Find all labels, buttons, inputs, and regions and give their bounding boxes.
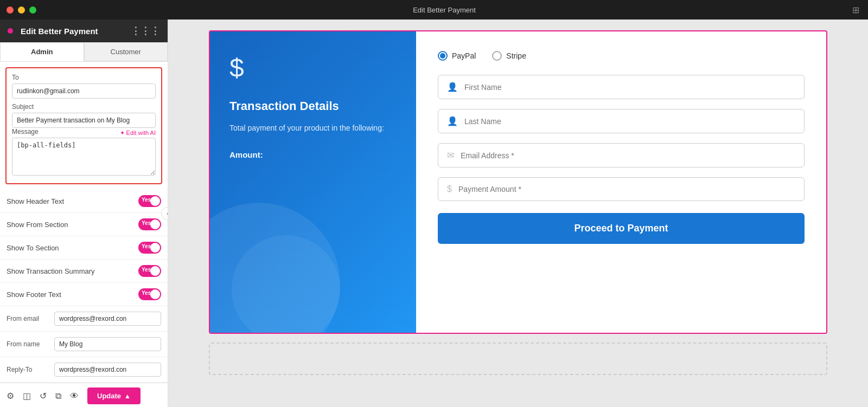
reply-to-input[interactable] <box>54 363 161 377</box>
first-name-input[interactable] <box>464 83 795 92</box>
message-textarea[interactable]: [bp-all-fields] <box>12 138 156 176</box>
paypal-label: PayPal <box>452 51 476 60</box>
toggle-label-show-footer-text: Show Footer Text <box>7 290 61 299</box>
sidebar-toolbar: ⚙ ◫ ↺ ⧉ 👁 Update ▲ <box>0 383 168 407</box>
proceed-to-payment-button[interactable]: Proceed to Payment <box>438 213 805 244</box>
tab-customer[interactable]: Customer <box>84 42 168 61</box>
dashed-drop-zone <box>209 343 827 375</box>
window-title: Edit Better Payment <box>413 6 476 14</box>
message-label: Message <box>12 128 39 135</box>
currency-icon: $ <box>447 184 452 194</box>
from-email-label: From email <box>7 315 50 322</box>
email-icon: ✉ <box>447 150 454 160</box>
from-name-input[interactable] <box>54 337 161 351</box>
toggle-label-show-to-section: Show To Section <box>7 244 59 252</box>
toggle-show-transaction-summary: Show Transaction Summary Yes <box>0 260 168 283</box>
payment-amount-input[interactable] <box>458 185 795 193</box>
last-name-field: 👤 <box>438 109 805 133</box>
paypal-radio-selected <box>440 53 445 59</box>
update-label: Update <box>97 392 121 400</box>
main-content: $ Transaction Details Total payment of y… <box>168 20 868 407</box>
edit-with-ai-button[interactable]: ✦ Edit with AI <box>120 130 156 137</box>
from-name-label: From name <box>7 340 50 348</box>
amount-label: Amount: <box>229 150 397 159</box>
eye-icon[interactable]: 👁 <box>70 391 79 401</box>
to-input[interactable] <box>12 83 156 99</box>
paypal-option[interactable]: PayPal <box>438 51 476 61</box>
tab-admin[interactable]: Admin <box>0 42 84 61</box>
to-label: To <box>12 74 156 81</box>
from-name-row: From name <box>0 332 168 357</box>
maximize-button[interactable] <box>29 7 36 14</box>
hamburger-icon[interactable]: ⋮⋮⋮ <box>131 25 160 37</box>
from-email-row: From email <box>0 306 168 332</box>
person-icon-last: 👤 <box>447 116 458 126</box>
payment-amount-field: $ <box>438 177 805 201</box>
settings-icon[interactable]: ⚙ <box>7 391 14 401</box>
email-field: ✉ <box>438 143 805 167</box>
dollar-icon: $ <box>229 53 397 83</box>
person-icon-first: 👤 <box>447 82 458 92</box>
titlebar: Edit Better Payment ⊞ <box>0 0 868 20</box>
minimize-button[interactable] <box>18 7 25 14</box>
widget-right-panel: PayPal Stripe 👤 👤 <box>416 31 826 333</box>
dot-icon <box>8 28 13 34</box>
update-button[interactable]: Update ▲ <box>87 387 141 404</box>
paypal-radio[interactable] <box>438 51 448 61</box>
toggle-label-show-transaction-summary: Show Transaction Summary <box>7 267 95 275</box>
close-button[interactable] <box>7 7 14 14</box>
toggle-show-to-section: Show To Section Yes <box>0 236 168 260</box>
sidebar-title: Edit Better Payment <box>21 27 98 36</box>
sidebar: Edit Better Payment ⋮⋮⋮ Admin Customer T… <box>0 20 168 407</box>
widget-description: Total payment of your product in the fol… <box>229 122 397 134</box>
reply-to-label: Reply-To <box>7 366 50 373</box>
layers-icon[interactable]: ◫ <box>23 391 31 401</box>
toggle-show-header-text: Show Header Text Yes <box>0 190 168 213</box>
app-body: Edit Better Payment ⋮⋮⋮ Admin Customer T… <box>0 20 868 407</box>
payment-widget: $ Transaction Details Total payment of y… <box>209 30 827 334</box>
stripe-option[interactable]: Stripe <box>492 51 526 61</box>
widget-left-panel: $ Transaction Details Total payment of y… <box>210 31 416 333</box>
grid-icon: ⊞ <box>852 5 859 15</box>
from-email-input[interactable] <box>54 312 161 326</box>
first-name-field: 👤 <box>438 75 805 99</box>
toggle-show-footer-text: Show Footer Text Yes <box>0 283 168 306</box>
reply-to-row: Reply-To <box>0 357 168 383</box>
toggle-label-show-header-text: Show Header Text <box>7 197 64 205</box>
subject-input[interactable] <box>12 113 156 128</box>
stripe-radio[interactable] <box>492 51 502 61</box>
payment-methods: PayPal Stripe <box>438 51 805 61</box>
stripe-label: Stripe <box>506 51 526 60</box>
subject-label: Subject <box>12 103 156 111</box>
last-name-input[interactable] <box>464 117 795 126</box>
email-input[interactable] <box>461 151 795 160</box>
sidebar-header: Edit Better Payment ⋮⋮⋮ <box>0 20 168 42</box>
toggle-label-show-from-section: Show From Section <box>7 221 68 229</box>
toggle-show-from-section: Show From Section Yes <box>0 213 168 236</box>
email-section: To Subject Message ✦ Edit with AI [bp-al… <box>5 67 162 184</box>
copy-icon[interactable]: ⧉ <box>55 391 61 401</box>
chevron-up-icon: ▲ <box>124 392 131 400</box>
history-icon[interactable]: ↺ <box>40 391 47 401</box>
widget-title: Transaction Details <box>229 99 397 113</box>
tabs-container: Admin Customer <box>0 42 168 62</box>
